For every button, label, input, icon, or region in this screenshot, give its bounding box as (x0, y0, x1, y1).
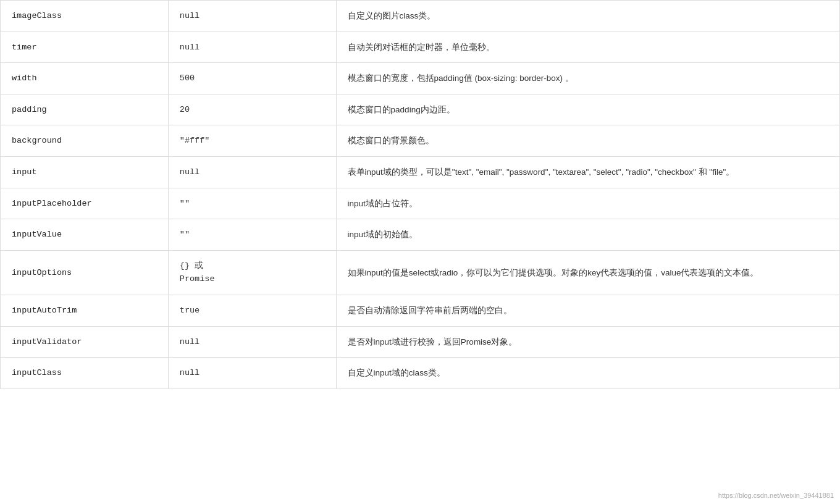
table-row: inputValue""input域的初始值。 (1, 219, 840, 251)
property-name: inputOptions (1, 250, 169, 295)
property-description: 是否自动清除返回字符串前后两端的空白。 (336, 295, 839, 326)
property-description: 是否对input域进行校验，返回Promise对象。 (336, 326, 839, 358)
table-row: inputClassnull自定义input域的class类。 (1, 358, 840, 389)
property-name: inputValidator (1, 326, 169, 358)
table-row: inputValidatornull是否对input域进行校验，返回Promis… (1, 326, 840, 358)
properties-table: imageClassnull自定义的图片class类。timernull自动关闭… (0, 0, 840, 389)
table-row: timernull自动关闭对话框的定时器，单位毫秒。 (1, 32, 840, 63)
table-row: width500模态窗口的宽度，包括padding值 (box-sizing: … (1, 63, 840, 94)
property-name: inputAutoTrim (1, 295, 169, 326)
property-description: 自动关闭对话框的定时器，单位毫秒。 (336, 32, 839, 63)
property-name: inputValue (1, 219, 169, 251)
property-description: 如果input的值是select或radio，你可以为它们提供选项。对象的key… (336, 250, 839, 295)
property-description: 模态窗口的宽度，包括padding值 (box-sizing: border-b… (336, 63, 839, 94)
table-row: inputOptions{} 或Promise如果input的值是select或… (1, 250, 840, 295)
property-description: 表单input域的类型，可以是"text", "email", "passwor… (336, 156, 839, 188)
property-default: null (168, 156, 336, 188)
property-description: 自定义input域的class类。 (336, 358, 839, 389)
property-default: "" (168, 188, 336, 219)
property-default: {} 或Promise (168, 250, 336, 295)
property-default: true (168, 295, 336, 326)
table-row: inputnull表单input域的类型，可以是"text", "email",… (1, 156, 840, 188)
property-name: inputPlaceholder (1, 188, 169, 219)
table-row: background"#fff"模态窗口的背景颜色。 (1, 125, 840, 157)
property-name: inputClass (1, 358, 169, 389)
property-default: "" (168, 219, 336, 251)
property-default: null (168, 1, 336, 32)
property-default: 20 (168, 94, 336, 125)
property-name: padding (1, 94, 169, 125)
property-name: timer (1, 32, 169, 63)
property-description: input域的初始值。 (336, 219, 839, 251)
property-name: background (1, 125, 169, 157)
table-row: inputAutoTrimtrue是否自动清除返回字符串前后两端的空白。 (1, 295, 840, 326)
table-row: inputPlaceholder""input域的占位符。 (1, 188, 840, 219)
property-name: input (1, 156, 169, 188)
property-description: 自定义的图片class类。 (336, 1, 839, 32)
table-row: padding20模态窗口的padding内边距。 (1, 94, 840, 125)
property-default: null (168, 358, 336, 389)
property-default: "#fff" (168, 125, 336, 157)
property-name: width (1, 63, 169, 94)
property-default: 500 (168, 63, 336, 94)
table-row: imageClassnull自定义的图片class类。 (1, 1, 840, 32)
property-description: input域的占位符。 (336, 188, 839, 219)
property-description: 模态窗口的背景颜色。 (336, 125, 839, 157)
property-default: null (168, 326, 336, 358)
property-name: imageClass (1, 1, 169, 32)
property-description: 模态窗口的padding内边距。 (336, 94, 839, 125)
property-default: null (168, 32, 336, 63)
